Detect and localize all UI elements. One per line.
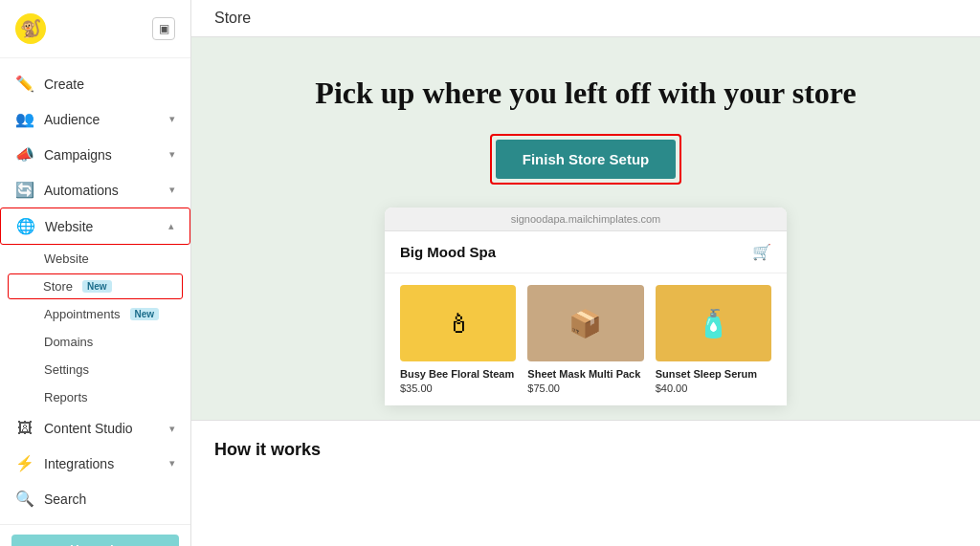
sidebar-item-store-sub[interactable]: Store New <box>8 273 183 299</box>
sidebar-nav: ✏️ Create 👥 Audience ▾ 📣 Campaigns ▾ 🔄 A… <box>0 58 190 524</box>
how-it-works-title: How it works <box>214 440 321 459</box>
sidebar-item-settings-sub[interactable]: Settings <box>0 356 190 383</box>
product-image-3: 🧴 <box>656 285 771 361</box>
sidebar-item-label: Integrations <box>44 456 114 471</box>
preview-product-3: 🧴 Sunset Sleep Serum $40.00 <box>656 285 771 394</box>
sidebar-item-audience[interactable]: 👥 Audience ▾ <box>0 101 190 137</box>
sidebar-item-search[interactable]: 🔍 Search <box>0 481 190 516</box>
automations-icon: 🔄 <box>15 181 34 199</box>
preview-products-grid: 🕯 Busy Bee Floral Steam $35.00 📦 Sheet M… <box>385 273 787 405</box>
store-preview-card: signoodapa.mailchimplates.com Big Mood S… <box>385 207 787 405</box>
chevron-down-icon: ▾ <box>169 184 175 196</box>
sub-item-label: Reports <box>44 390 88 404</box>
sidebar-item-content-studio[interactable]: 🖼 Content Studio ▾ <box>0 411 190 446</box>
create-icon: ✏️ <box>15 75 34 93</box>
logo-icon: 🐒 <box>20 18 41 39</box>
sidebar-item-create[interactable]: ✏️ Create <box>0 66 190 101</box>
product-name-1: Busy Bee Floral Steam <box>400 367 516 381</box>
new-badge: New <box>82 280 112 293</box>
finish-store-setup-button[interactable]: Finish Store Setup <box>496 140 677 179</box>
sidebar-item-label: Audience <box>44 112 100 127</box>
chevron-down-icon: ▾ <box>169 113 175 125</box>
preview-product-1: 🕯 Busy Bee Floral Steam $35.00 <box>400 285 516 394</box>
store-hero-section: Pick up where you left off with your sto… <box>191 37 980 420</box>
sidebar-item-label: Website <box>45 219 93 234</box>
website-icon: 🌐 <box>16 217 35 235</box>
sidebar-item-domains-sub[interactable]: Domains <box>0 328 190 356</box>
chevron-down-icon: ▾ <box>169 457 175 470</box>
hero-title: Pick up where you left off with your sto… <box>315 76 856 111</box>
product-name-3: Sunset Sleep Serum <box>656 367 771 381</box>
sidebar-item-website[interactable]: 🌐 Website ▴ <box>0 207 190 245</box>
product-price-2: $75.00 <box>527 382 643 394</box>
product-price-3: $40.00 <box>656 382 771 394</box>
sub-item-label: Store <box>43 279 73 294</box>
sidebar: 🐒 ▣ ✏️ Create 👥 Audience ▾ 📣 Campaigns ▾… <box>0 0 191 546</box>
how-it-works-section: How it works <box>191 420 980 479</box>
product-image-1: 🕯 <box>400 285 516 361</box>
preview-url-bar: signoodapa.mailchimplates.com <box>385 207 787 231</box>
page-header: Store <box>191 0 980 37</box>
chevron-down-icon: ▾ <box>169 148 175 161</box>
product-image-2: 📦 <box>527 285 643 361</box>
website-sub-nav: Website Store New Appointments New Domai… <box>0 245 190 411</box>
content-studio-icon: 🖼 <box>15 420 34 437</box>
sidebar-item-website-sub[interactable]: Website <box>0 245 190 273</box>
sidebar-item-label: Automations <box>44 183 119 198</box>
new-badge: New <box>130 308 160 320</box>
preview-store-name: Big Mood Spa <box>400 244 496 260</box>
chevron-up-icon: ▴ <box>168 220 174 232</box>
sidebar-item-label: Content Studio <box>44 421 133 436</box>
sidebar-item-reports-sub[interactable]: Reports <box>0 383 190 411</box>
sidebar-item-automations[interactable]: 🔄 Automations ▾ <box>0 172 190 207</box>
finish-setup-wrapper: Finish Store Setup <box>490 134 682 185</box>
sub-item-label: Website <box>44 251 89 266</box>
audience-icon: 👥 <box>15 110 34 128</box>
sidebar-item-campaigns[interactable]: 📣 Campaigns ▾ <box>0 137 190 172</box>
sub-item-label: Domains <box>44 335 93 349</box>
sidebar-item-label: Campaigns <box>44 147 112 163</box>
mailchimp-logo: 🐒 <box>15 13 46 44</box>
preview-store-header: Big Mood Spa 🛒 <box>385 231 787 273</box>
sub-item-label: Appointments <box>44 307 121 321</box>
sidebar-item-label: Create <box>44 76 84 92</box>
sidebar-item-label: Search <box>44 491 86 507</box>
sidebar-item-appointments-sub[interactable]: Appointments New <box>0 300 190 328</box>
sidebar-toggle-button[interactable]: ▣ <box>152 17 175 40</box>
search-icon: 🔍 <box>15 490 34 508</box>
cart-icon: 🛒 <box>752 243 771 261</box>
sidebar-item-integrations[interactable]: ⚡ Integrations ▾ <box>0 446 190 481</box>
product-name-2: Sheet Mask Multi Pack <box>527 367 643 381</box>
product-price-1: $35.00 <box>400 382 516 394</box>
sidebar-header: 🐒 ▣ <box>0 0 190 58</box>
main-content: Store Pick up where you left off with yo… <box>191 0 980 546</box>
integrations-icon: ⚡ <box>15 454 34 472</box>
sub-item-label: Settings <box>44 362 89 377</box>
campaigns-icon: 📣 <box>15 145 34 164</box>
page-title: Store <box>214 10 251 26</box>
preview-product-2: 📦 Sheet Mask Multi Pack $75.00 <box>527 285 643 394</box>
toggle-icon: ▣ <box>159 22 169 35</box>
chevron-down-icon: ▾ <box>169 423 175 435</box>
upgrade-button[interactable]: Upgrade <box>11 535 179 546</box>
sidebar-footer: Upgrade <box>0 524 190 546</box>
